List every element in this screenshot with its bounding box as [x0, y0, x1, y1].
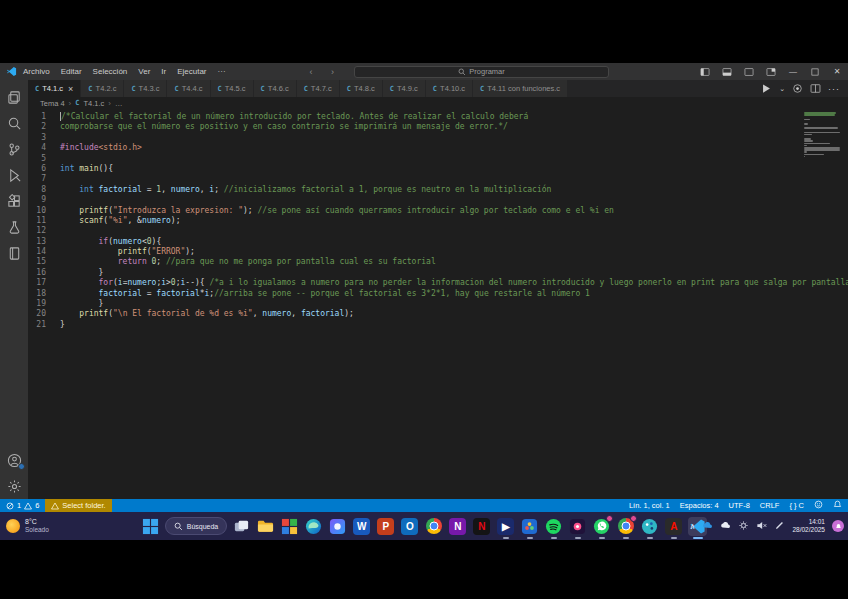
- volume-muted-icon[interactable]: [756, 517, 767, 535]
- select-folder-badge[interactable]: Select folder.: [45, 499, 111, 512]
- menu-item-editar[interactable]: Editar: [61, 67, 82, 76]
- media-app-icon[interactable]: [568, 517, 587, 536]
- netflix-icon[interactable]: N: [472, 517, 491, 536]
- extensions-icon[interactable]: [0, 188, 28, 214]
- tab-T4.5.c[interactable]: CT4.5.c: [211, 80, 254, 97]
- menu-item-ver[interactable]: Ver: [138, 67, 150, 76]
- customize-layout-icon[interactable]: [760, 63, 782, 80]
- start-button[interactable]: [141, 517, 160, 536]
- problems-indicator[interactable]: 1 6: [6, 501, 39, 510]
- tab-T4.1.c[interactable]: CT4.1.c×: [28, 80, 81, 97]
- breadcrumb-folder[interactable]: Tema 4: [40, 99, 65, 108]
- menu-item-ir[interactable]: Ir: [161, 67, 166, 76]
- status-item-3[interactable]: CRLF: [760, 501, 780, 510]
- task-view-button[interactable]: [232, 517, 251, 536]
- chevron-right-icon: ›: [69, 99, 72, 108]
- powerpoint-icon[interactable]: P: [376, 517, 395, 536]
- menu-item-[interactable]: ···: [218, 67, 226, 76]
- security-gear-icon[interactable]: [738, 517, 749, 535]
- run-debug-icon[interactable]: [0, 162, 28, 188]
- onenote-icon[interactable]: N: [448, 517, 467, 536]
- minimize-button[interactable]: —: [782, 63, 804, 80]
- line-number: 18: [28, 289, 46, 299]
- edge-icon[interactable]: [304, 517, 323, 536]
- line-number: 11: [28, 216, 46, 226]
- tv-app-icon[interactable]: ▶: [496, 517, 515, 536]
- microsoft-365-icon[interactable]: [280, 517, 299, 536]
- settings-gear-icon[interactable]: [0, 473, 28, 499]
- status-item-2[interactable]: UTF-8: [729, 501, 750, 510]
- toggle-secondary-sidebar-icon[interactable]: [738, 63, 760, 80]
- feedback-icon[interactable]: [814, 500, 823, 511]
- photos-icon[interactable]: [520, 517, 539, 536]
- split-editor-icon[interactable]: [810, 80, 821, 98]
- tab-T4.10.c[interactable]: CT4.10.c: [426, 80, 473, 97]
- account-icon[interactable]: [0, 447, 28, 473]
- minimap[interactable]: [804, 112, 844, 158]
- status-item-0[interactable]: Lín. 1, col. 1: [629, 501, 670, 510]
- restore-button[interactable]: [804, 63, 826, 80]
- code-editor[interactable]: 1/*Calcular el factorial de un número in…: [28, 109, 848, 499]
- source-control-icon[interactable]: [0, 136, 28, 162]
- command-center-search[interactable]: Programar: [354, 66, 609, 78]
- run-dropdown-chevron-icon[interactable]: ⌄: [779, 85, 785, 93]
- clock[interactable]: 14:01 28/02/2025: [792, 518, 825, 534]
- c-file-icon: C: [174, 85, 178, 93]
- breadcrumb-symbol[interactable]: …: [115, 99, 123, 108]
- toggle-panel-icon[interactable]: [716, 63, 738, 80]
- tab-T4.3.c[interactable]: CT4.3.c: [124, 80, 167, 97]
- code-line: 13 if(numero<0){: [28, 237, 848, 247]
- search-sidebar-icon[interactable]: [0, 110, 28, 136]
- chrome-icon[interactable]: [424, 517, 443, 536]
- more-actions-icon[interactable]: ···: [828, 84, 840, 94]
- whatsapp-icon-badge: [606, 515, 613, 522]
- history-nav-arrows[interactable]: ‹ ›: [310, 67, 343, 77]
- code-text: for(i=numero;i>0;i--){ /*a i lo igualamo…: [60, 278, 848, 288]
- close-tab-icon[interactable]: ×: [68, 84, 73, 94]
- status-item-1[interactable]: Espacios: 4: [680, 501, 719, 510]
- search-pill-label: Búsqueda: [187, 523, 219, 530]
- hidden-icons-chevron[interactable]: ∧: [690, 522, 696, 531]
- word-icon[interactable]: W: [352, 517, 371, 536]
- tab-label: T4.8.c: [354, 84, 375, 93]
- notebook-icon[interactable]: [0, 240, 28, 266]
- tab-T4.7.c[interactable]: CT4.7.c: [297, 80, 340, 97]
- cloud-icon[interactable]: [720, 517, 731, 535]
- warning-icon: [24, 502, 32, 510]
- breadcrumb-file[interactable]: T4.1.c: [84, 99, 105, 108]
- run-file-button[interactable]: [761, 80, 772, 98]
- pen-icon[interactable]: [774, 517, 785, 535]
- toggle-sidebar-icon[interactable]: [694, 63, 716, 80]
- status-item-4[interactable]: { } C: [789, 501, 804, 510]
- menu-item-seleccin[interactable]: Selección: [93, 67, 128, 76]
- outlook-icon[interactable]: O: [400, 517, 419, 536]
- bell-icon[interactable]: [833, 500, 842, 511]
- tab-T4.4.c[interactable]: CT4.4.c: [167, 80, 210, 97]
- editor-gear-icon[interactable]: [792, 80, 803, 98]
- testing-icon[interactable]: [0, 214, 28, 240]
- menu-item-ejecutar[interactable]: Ejecutar: [177, 67, 206, 76]
- close-button[interactable]: ✕: [826, 63, 848, 80]
- tab-label: T4.7.c: [311, 84, 332, 93]
- copilot-icon[interactable]: [328, 517, 347, 536]
- weather-widget[interactable]: 8°C Soleado: [6, 518, 49, 534]
- paint-icon[interactable]: [640, 517, 659, 536]
- whatsapp-icon[interactable]: [592, 517, 611, 536]
- explorer-icon[interactable]: [0, 84, 28, 110]
- tab-T4.2.c[interactable]: CT4.2.c: [81, 80, 124, 97]
- menubar: ArchivoEditarSelecciónVerIrEjecutar···: [23, 67, 226, 76]
- google-app-icon[interactable]: [616, 517, 635, 536]
- file-explorer-icon[interactable]: [256, 517, 275, 536]
- tab-T4.8.c[interactable]: CT4.8.c: [340, 80, 383, 97]
- tab-T4.6.c[interactable]: CT4.6.c: [254, 80, 297, 97]
- notification-bell-icon[interactable]: [832, 520, 844, 532]
- minimap-line: [804, 123, 808, 125]
- menu-item-archivo[interactable]: Archivo: [23, 67, 50, 76]
- media-app-icon-open-indicator: [575, 537, 581, 539]
- tab-T4.9.c[interactable]: CT4.9.c: [383, 80, 426, 97]
- spotify-icon[interactable]: [544, 517, 563, 536]
- acrobat-icon[interactable]: A: [664, 517, 683, 536]
- onedrive-icon[interactable]: [702, 517, 713, 535]
- search-pill[interactable]: Búsqueda: [165, 517, 228, 535]
- tab-T4.11 con funciones.c[interactable]: CT4.11 con funciones.c: [473, 80, 568, 97]
